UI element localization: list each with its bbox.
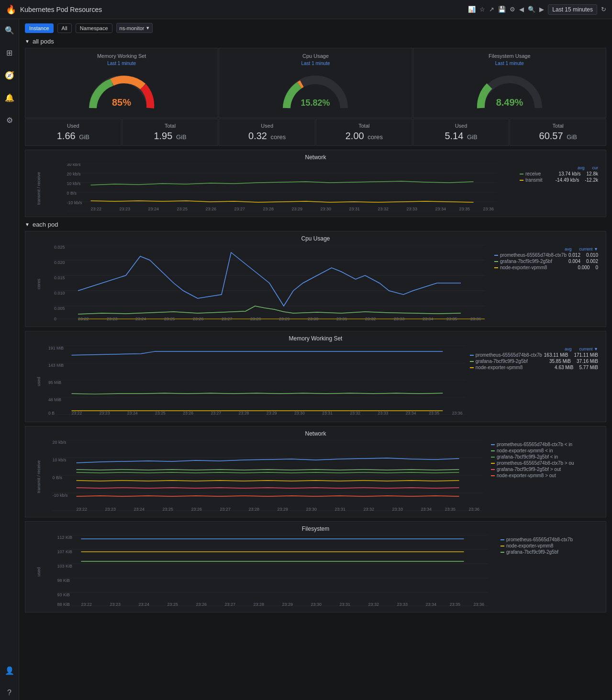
- stat-cpu-used-value: 0.32 cores: [225, 131, 309, 142]
- memory-gauge-panel: Memory Working Set Last 1 minute 85%: [25, 48, 218, 118]
- net-legend-grafana-in: grafana-7bcf9c9f9-2g5bf < in: [491, 454, 598, 459]
- svg-text:30 kb/s: 30 kb/s: [67, 164, 81, 167]
- svg-text:23:34: 23:34: [406, 411, 416, 416]
- sidebar-dashboards-icon[interactable]: ⊞: [3, 45, 15, 60]
- svg-text:143 MiB: 143 MiB: [48, 363, 64, 368]
- svg-text:23:32: 23:32: [378, 207, 389, 211]
- svg-text:23:23: 23:23: [105, 507, 116, 512]
- svg-text:98 KiB: 98 KiB: [57, 578, 70, 583]
- sidebar-help-icon[interactable]: ?: [4, 686, 14, 700]
- fs-legend-nodeexporter: node-exporter-vpmm8: [501, 543, 598, 548]
- svg-text:23:30: 23:30: [308, 317, 319, 321]
- network-chart-title: Network: [29, 154, 602, 161]
- all-pods-header[interactable]: ▼ all pods: [25, 38, 606, 45]
- filesystem-chart-title: Filesystem: [29, 525, 602, 532]
- namespace-filter[interactable]: Namespace: [76, 23, 112, 33]
- mem-y-axis-label: used: [36, 377, 41, 386]
- filesystem-chart-each-pod: Filesystem used 112 KiB 107 Ki: [25, 521, 606, 612]
- y-axis-area: transmit / receive: [29, 164, 48, 213]
- svg-text:23:23: 23:23: [110, 602, 121, 607]
- stat-mem-used-label: Used: [31, 123, 115, 129]
- search-icon[interactable]: 🔍: [528, 6, 535, 13]
- svg-text:23:27: 23:27: [220, 507, 231, 512]
- svg-text:20 kb/s: 20 kb/s: [53, 440, 67, 445]
- svg-text:23:34: 23:34: [421, 507, 432, 512]
- share-icon[interactable]: ↗: [489, 6, 494, 13]
- fs-legend-prometheus: prometheus-65565d74b8-ctx7b: [501, 537, 598, 542]
- svg-text:23:29: 23:29: [267, 411, 277, 416]
- refresh-icon[interactable]: ↻: [601, 6, 606, 13]
- stat-fs-total: Total 60.57 GiB: [510, 119, 606, 146]
- svg-text:23:23: 23:23: [120, 207, 131, 211]
- stat-mem-used: Used 1.66 GiB: [25, 119, 122, 146]
- svg-text:23:28: 23:28: [239, 411, 249, 416]
- svg-text:23:36: 23:36: [474, 602, 485, 607]
- main-content: Instance All Namespace ns-monitor ▾ ▼ al…: [19, 19, 612, 700]
- memory-chart-wrapper: used 191 MiB 143 MiB 95 MiB 48 MiB: [29, 345, 602, 418]
- each-pod-header[interactable]: ▼ each pod: [25, 221, 606, 228]
- stat-fs-total-label: Total: [516, 123, 600, 129]
- svg-text:0 B: 0 B: [48, 411, 55, 416]
- net-y-axis-area: transmit / receive: [29, 440, 48, 513]
- svg-text:112 KiB: 112 KiB: [57, 535, 73, 540]
- star-icon[interactable]: ☆: [479, 6, 485, 13]
- all-filter[interactable]: All: [57, 23, 72, 33]
- sidebar-explore-icon[interactable]: 🧭: [2, 68, 17, 83]
- cpu-y-axis-label: cores: [36, 278, 41, 289]
- cpu-chart-wrapper: cores 0.025 0.020 0.015 0.010: [29, 245, 602, 323]
- sidebar-alerts-icon[interactable]: 🔔: [2, 90, 17, 105]
- cpu-legend-grafana: grafana-7bcf9c9f9-2g5bf 0.004 0.002: [494, 259, 598, 264]
- svg-text:23:34: 23:34: [435, 207, 446, 211]
- svg-text:23:27: 23:27: [234, 207, 245, 211]
- svg-text:23:31: 23:31: [322, 411, 333, 416]
- stat-mem-used-value: 1.66 GiB: [31, 131, 115, 142]
- svg-text:23:31: 23:31: [349, 207, 360, 211]
- svg-text:23:26: 23:26: [191, 507, 202, 512]
- svg-text:23:35: 23:35: [446, 317, 457, 321]
- main-layout: 🔍 ⊞ 🧭 🔔 ⚙ 👤 ? Instance All Namespace ns-…: [0, 19, 612, 700]
- svg-text:23:26: 23:26: [206, 207, 217, 211]
- network-each-pod-title: Network: [29, 430, 602, 437]
- save-icon[interactable]: 💾: [498, 6, 506, 13]
- each-pod-chevron: ▼: [25, 222, 30, 227]
- svg-text:23:22: 23:22: [78, 317, 89, 321]
- svg-text:23:33: 23:33: [394, 317, 405, 321]
- svg-text:23:22: 23:22: [77, 507, 88, 512]
- mem-y-axis-area: used: [29, 345, 48, 418]
- time-range[interactable]: Last 15 minutes: [548, 4, 597, 15]
- svg-text:23:29: 23:29: [278, 507, 289, 512]
- svg-text:0.010: 0.010: [54, 291, 65, 295]
- settings-icon[interactable]: ⚙: [510, 6, 515, 13]
- sidebar: 🔍 ⊞ 🧭 🔔 ⚙ 👤 ?: [0, 19, 19, 700]
- forward-icon[interactable]: ▶: [539, 6, 544, 13]
- svg-text:93 KiB: 93 KiB: [57, 592, 70, 597]
- net-legend-grafana-out: grafana-7bcf9c9f9-2g5bf > out: [491, 467, 598, 472]
- svg-text:23:22: 23:22: [81, 602, 92, 607]
- chart-icon[interactable]: 📊: [468, 6, 476, 13]
- svg-text:23:27: 23:27: [225, 602, 236, 607]
- svg-text:23:26: 23:26: [183, 411, 193, 416]
- sidebar-search-icon[interactable]: 🔍: [2, 23, 17, 38]
- ns-monitor-dropdown[interactable]: ns-monitor ▾: [116, 23, 153, 33]
- instance-filter[interactable]: Instance: [25, 23, 54, 33]
- svg-text:0.025: 0.025: [54, 245, 65, 250]
- sidebar-config-icon[interactable]: ⚙: [3, 113, 16, 128]
- back-icon[interactable]: ◀: [519, 6, 524, 13]
- y-axis-label: transmit / receive: [36, 172, 41, 205]
- network-each-legend: prometheus-65565d74b8-ctx7b < in node-ex…: [487, 440, 602, 513]
- sidebar-user-icon[interactable]: 👤: [2, 663, 17, 678]
- svg-text:23:24: 23:24: [127, 411, 138, 416]
- network-chart-content: 30 kb/s 20 kb/s 10 kb/s 0 B/s -10 kb/s: [48, 164, 516, 213]
- svg-text:20 kb/s: 20 kb/s: [67, 172, 81, 176]
- svg-text:15.82%: 15.82%: [301, 98, 330, 108]
- svg-text:0.005: 0.005: [54, 306, 65, 311]
- svg-text:23:24: 23:24: [139, 602, 150, 607]
- mem-legend-grafana: grafana-7bcf9c9f9-2g5bf 35.85 MiB 37.16 …: [470, 359, 598, 364]
- stat-cpu-used: Used 0.32 cores: [219, 119, 315, 146]
- svg-text:23:35: 23:35: [445, 507, 456, 512]
- stat-cpu-used-label: Used: [225, 123, 309, 129]
- network-chart-all-pods: Network transmit / receive: [25, 150, 606, 217]
- svg-text:23:24: 23:24: [148, 207, 159, 211]
- filesystem-gauge-title: Filesystem Usage: [489, 53, 530, 59]
- legend-transmit: transmit -14.49 kb/s -12.2k: [520, 177, 598, 183]
